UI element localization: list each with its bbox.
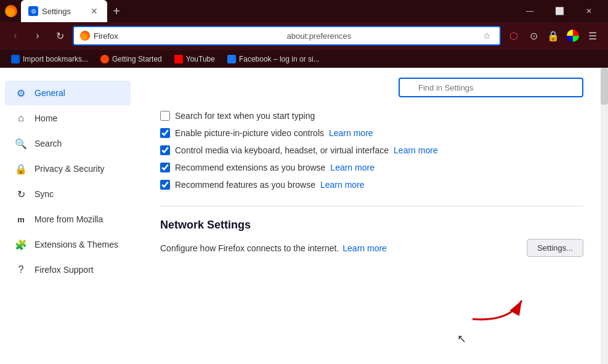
general-icon: ⚙ — [15, 87, 27, 99]
sidebar-support-label: Firefox Support — [34, 265, 94, 275]
bookmark-import[interactable]: Import bookmarks... — [6, 53, 93, 65]
sidebar-sync-label: Sync — [34, 189, 54, 199]
section-divider — [160, 206, 583, 206]
address-url: about:preferences — [287, 31, 477, 41]
bookmark-import-label: Import bookmarks... — [23, 55, 88, 63]
bookmark-facebook-label: Facebook – log in or si... — [239, 55, 320, 63]
search-icon: 🔍 — [15, 137, 27, 150]
sidebar-item-mozilla[interactable]: m More from Mozilla — [5, 207, 131, 232]
close-button[interactable]: ✕ — [575, 2, 603, 20]
title-bar: ⚙ Settings ✕ + — ⬜ ✕ — [0, 0, 608, 22]
setting-row-search-typing: Search for text when you start typing — [160, 107, 583, 124]
getting-started-icon — [100, 55, 109, 63]
bookmark-star-icon[interactable]: ☆ — [480, 29, 493, 42]
multicolor-icon[interactable] — [564, 26, 582, 45]
search-typing-checkbox[interactable] — [160, 111, 170, 121]
network-description: Configure how Firefox connects to the in… — [160, 243, 387, 253]
bookmark-getting-started-label: Getting Started — [112, 55, 162, 63]
address-firefox-label: Firefox — [94, 31, 283, 41]
bookmark-youtube-label: YouTube — [186, 55, 215, 63]
setting-row-ext: Recommend extensions as you browse Learn… — [160, 159, 583, 176]
privacy-icon: 🔒 — [15, 163, 27, 175]
network-desc-text: Configure how Firefox connects to the in… — [160, 243, 339, 253]
pip-checkbox[interactable] — [160, 128, 170, 138]
pip-label: Enable picture-in-picture video controls — [175, 128, 324, 138]
container-icon[interactable]: ⊙ — [524, 26, 543, 45]
arrow-annotation — [460, 288, 534, 327]
search-typing-label: Search for text when you start typing — [175, 111, 315, 121]
bookmark-import-icon — [11, 55, 20, 63]
arrow-svg — [460, 288, 534, 325]
support-icon: ? — [15, 264, 27, 276]
sidebar-item-general[interactable]: ⚙ General — [5, 81, 131, 105]
pip-learn-more-link[interactable]: Learn more — [329, 128, 373, 138]
sidebar-item-home[interactable]: ⌂ Home — [5, 106, 131, 131]
site-icon — [80, 31, 90, 41]
bookmark-getting-started[interactable]: Getting Started — [95, 53, 167, 65]
network-section-title: Network Settings — [160, 219, 583, 232]
nav-bar: ‹ › ↻ Firefox about:preferences ☆ ⬡ ⊙ 🔒 … — [0, 22, 608, 49]
sidebar-item-sync[interactable]: ↻ Sync — [5, 182, 131, 206]
address-icons: ☆ — [480, 29, 493, 42]
sidebar-item-extensions[interactable]: 🧩 Extensions & Themes — [5, 232, 131, 257]
window-controls: — ⬜ ✕ — [516, 2, 603, 20]
bookmarks-bar: Import bookmarks... Getting Started YouT… — [0, 49, 608, 68]
bookmark-facebook[interactable]: Facebook – log in or si... — [222, 53, 325, 65]
search-container: 🔍 — [136, 68, 608, 107]
settings-content: 🔍 Search for text when you start typing … — [136, 68, 608, 364]
media-label: Control media via keyboard, headset, or … — [175, 145, 389, 155]
tab-bar: ⚙ Settings ✕ + — [21, 0, 512, 22]
ext-checkbox[interactable] — [160, 163, 170, 172]
address-bar[interactable]: Firefox about:preferences ☆ — [73, 26, 501, 46]
network-learn-more-link[interactable]: Learn more — [343, 243, 387, 253]
cursor-indicator: ↖ — [457, 332, 466, 346]
media-learn-more-link[interactable]: Learn more — [394, 145, 438, 155]
settings-tab[interactable]: ⚙ Settings ✕ — [21, 0, 107, 22]
new-tab-button[interactable]: + — [107, 2, 126, 20]
youtube-icon — [174, 55, 183, 63]
facebook-icon — [227, 55, 236, 63]
sidebar-extensions-label: Extensions & Themes — [34, 240, 118, 249]
find-settings-input[interactable] — [399, 78, 583, 97]
bookmark-youtube[interactable]: YouTube — [169, 53, 220, 65]
settings-tab-icon: ⚙ — [28, 6, 38, 16]
features-learn-more-link[interactable]: Learn more — [320, 180, 365, 190]
minimize-button[interactable]: — — [516, 2, 544, 20]
lock-icon[interactable]: 🔒 — [544, 26, 562, 45]
sidebar-item-support[interactable]: ? Firefox Support — [5, 257, 131, 282]
sidebar-mozilla-label: More from Mozilla — [34, 214, 103, 224]
sidebar-home-label: Home — [34, 113, 57, 123]
extensions-icon: 🧩 — [15, 238, 27, 251]
sidebar: ⚙ General ⌂ Home 🔍 Search 🔒 Privacy & Se… — [0, 68, 136, 364]
sidebar-item-privacy[interactable]: 🔒 Privacy & Security — [5, 156, 131, 181]
ext-learn-more-link[interactable]: Learn more — [330, 163, 375, 172]
reload-button[interactable]: ↻ — [51, 26, 69, 45]
main-content: ⚙ General ⌂ Home 🔍 Search 🔒 Privacy & Se… — [0, 68, 608, 364]
menu-button[interactable]: ☰ — [583, 26, 602, 45]
maximize-button[interactable]: ⬜ — [545, 2, 574, 20]
features-checkbox[interactable] — [160, 180, 170, 190]
features-label: Recommend features as you browse — [175, 180, 315, 190]
sidebar-item-search[interactable]: 🔍 Search — [5, 131, 131, 156]
scrollbar-thumb[interactable] — [601, 68, 608, 105]
back-button[interactable]: ‹ — [6, 26, 25, 45]
search-wrapper: 🔍 — [399, 78, 583, 97]
tab-close-button[interactable]: ✕ — [89, 6, 100, 17]
sidebar-general-label: General — [34, 88, 65, 98]
pocket-icon[interactable]: ⬡ — [505, 26, 523, 45]
setting-row-pip: Enable picture-in-picture video controls… — [160, 124, 583, 142]
sidebar-search-label: Search — [34, 139, 62, 148]
sidebar-privacy-label: Privacy & Security — [34, 164, 105, 174]
browsing-section: Search for text when you start typing En… — [136, 107, 608, 257]
ext-label: Recommend extensions as you browse — [175, 163, 325, 172]
media-checkbox[interactable] — [160, 145, 170, 155]
scrollbar[interactable] — [601, 68, 608, 364]
toolbar-icons: ⬡ ⊙ 🔒 ☰ — [505, 26, 602, 45]
forward-button[interactable]: › — [28, 26, 47, 45]
setting-row-media: Control media via keyboard, headset, or … — [160, 142, 583, 159]
network-settings-button[interactable]: Settings... — [527, 239, 583, 257]
sync-icon: ↻ — [15, 188, 27, 200]
network-section: Network Settings Configure how Firefox c… — [160, 219, 583, 257]
mozilla-icon: m — [15, 213, 27, 225]
home-icon: ⌂ — [15, 112, 27, 124]
